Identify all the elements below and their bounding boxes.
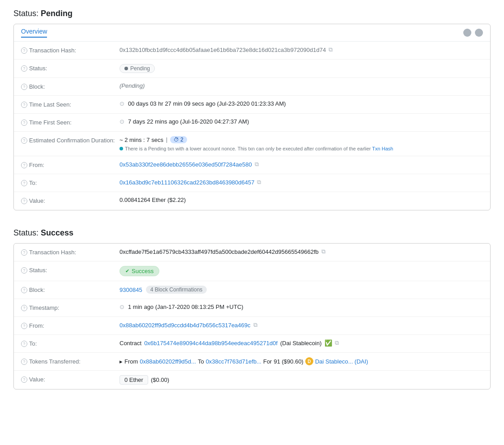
pending-status-row: ? Status: Pending: [14, 60, 490, 78]
success-value-label: ? Value:: [21, 375, 120, 383]
time-last-text: 00 days 03 hr 27 min 09 secs ago (Jul-23…: [128, 100, 286, 107]
help-icon[interactable]: ?: [21, 305, 27, 311]
confirm-block: ~ 2 mins : 7 secs | ⏱ 2 There is a Pendi…: [120, 136, 393, 151]
help-icon[interactable]: ?: [21, 377, 27, 383]
help-icon[interactable]: ?: [21, 137, 27, 144]
success-block-value: 9300845 4 Block Confirmations: [120, 286, 483, 294]
ether-amount: 0 Ether: [124, 377, 143, 383]
token-name-link[interactable]: Dai Stableco... (DAI): [315, 358, 368, 365]
success-tokens-label: ? Tokens Transferred:: [21, 357, 120, 365]
clock-icon: ⊙: [120, 100, 124, 107]
help-icon[interactable]: ?: [21, 65, 27, 72]
pending-time-first-value: ⊙ 7 days 22 mins ago (Jul-16-2020 04:27:…: [120, 118, 483, 125]
pending-section-title: Status: Pending: [13, 9, 491, 18]
help-icon[interactable]: ?: [21, 341, 27, 347]
contract-name: (Dai Stablecoin): [280, 340, 322, 347]
pending-block-label: ? Block:: [21, 82, 120, 90]
copy-hash-icon[interactable]: ⧉: [321, 248, 325, 255]
duration-badge-num: 2: [180, 137, 184, 143]
help-icon[interactable]: ?: [21, 267, 27, 274]
value-box: 0 Ether: [120, 375, 148, 385]
pending-card: Overview ? Transaction Hash: 0x132b10fbc…: [13, 24, 491, 210]
pending-badge: Pending: [120, 64, 155, 73]
success-block-row: ? Block: 9300845 4 Block Confirmations: [14, 281, 490, 299]
help-icon[interactable]: ?: [21, 359, 27, 365]
success-card: ? Transaction Hash: 0xcffade7f5e1a67579c…: [13, 243, 491, 389]
help-icon[interactable]: ?: [21, 84, 27, 90]
warning-dot-icon: [120, 147, 123, 150]
pending-block-value: (Pending): [120, 82, 483, 89]
pending-time-first-seen-row: ? Time First Seen: ⊙ 7 days 22 mins ago …: [14, 114, 490, 132]
help-icon[interactable]: ?: [21, 287, 27, 293]
copy-to-icon[interactable]: ⧉: [257, 179, 261, 186]
contract-prefix: Contract: [120, 340, 141, 347]
success-to-row: ? To: Contract 0x6b175474e89094c44da98b9…: [14, 335, 490, 353]
pending-block-row: ? Block: (Pending): [14, 78, 490, 96]
pending-value-text: 0.00841264 Ether ($2.22): [120, 197, 186, 203]
success-section-title: Status: Success: [13, 228, 491, 238]
block-num-link[interactable]: 9300845: [120, 287, 142, 293]
for-label: For: [263, 358, 272, 365]
timestamp-text: 1 min ago (Jan-17-2020 08:13:25 PM +UTC): [128, 304, 243, 310]
pending-time-last-label: ? Time Last Seen:: [21, 100, 120, 108]
copy-to-icon[interactable]: ⧉: [335, 339, 339, 347]
pending-from-value: 0x53ab330f2ee86debb26556e036ed50f7284ae5…: [120, 161, 483, 168]
dot-icon-2: [475, 29, 483, 37]
success-timestamp-label: ? Timestamp:: [21, 304, 120, 311]
usd-amount: ($0.00): [151, 377, 169, 383]
help-icon[interactable]: ?: [21, 198, 27, 204]
help-icon[interactable]: ?: [21, 323, 27, 329]
clock-icon: ⊙: [120, 304, 124, 310]
success-to-value: Contract 0x6b175474e89094c44da98b954eede…: [120, 339, 483, 347]
success-tokens-row: ? Tokens Transferred: ▸ From 0x88ab60202…: [14, 353, 490, 371]
help-icon[interactable]: ?: [21, 102, 27, 108]
help-icon[interactable]: ?: [21, 249, 27, 256]
pending-value-row: ? Value: 0.00841264 Ether ($2.22): [14, 192, 490, 210]
help-icon[interactable]: ?: [21, 162, 27, 168]
transfer-amount: 91 ($90.60): [273, 358, 303, 365]
pending-time-first-label: ? Time First Seen:: [21, 118, 120, 126]
success-status-row: ? Status: Success: [14, 261, 490, 281]
copy-hash-icon[interactable]: ⧉: [329, 46, 333, 53]
help-icon[interactable]: ?: [21, 47, 27, 54]
pending-time-last-value: ⊙ 00 days 03 hr 27 min 09 secs ago (Jul-…: [120, 100, 483, 107]
pending-from-link[interactable]: 0x53ab330f2ee86debb26556e036ed50f7284ae5…: [120, 161, 252, 168]
txn-hash-link[interactable]: Txn Hash: [372, 146, 393, 151]
copy-from-icon[interactable]: ⧉: [255, 161, 259, 168]
success-from-label: ? From:: [21, 321, 120, 329]
pending-tx-hash-text[interactable]: 0x132b10fbcb1d9fccc4d6b05afaae1e61b6ba72…: [120, 47, 326, 53]
success-to-link[interactable]: 0x6b175474e89094c44da98b954eedeac495271d…: [144, 340, 278, 347]
pending-to-label: ? To:: [21, 179, 120, 186]
pending-value-label: ? Value:: [21, 197, 120, 204]
duration-badge-icon: ⏱: [174, 137, 179, 143]
pending-to-link[interactable]: 0x16a3bd9c7eb11106326cad2263bd8463980d64…: [120, 179, 254, 186]
help-icon[interactable]: ?: [21, 120, 27, 126]
tab-icons: [463, 29, 483, 37]
success-badge: Success: [120, 266, 159, 276]
token-transfer: ▸ From 0x88ab60202ff9d5d... To 0x38cc7f7…: [120, 357, 368, 365]
success-from-row: ? From: 0x88ab60202ff9d5d9ccdd4b4d7b656c…: [14, 317, 490, 335]
copy-from-icon[interactable]: ⧉: [253, 321, 257, 329]
verified-icon: ✅: [325, 339, 332, 347]
success-value-value: 0 Ether ($0.00): [120, 375, 483, 385]
success-timestamp-value: ⊙ 1 min ago (Jan-17-2020 08:13:25 PM +UT…: [120, 304, 483, 310]
success-tx-hash-value: 0xcffade7f5e1a67579cb4333aff497fd5a500cb…: [120, 248, 483, 255]
from-label: From: [124, 358, 138, 365]
success-tx-hash-label: ? Transaction Hash:: [21, 248, 120, 256]
success-tx-hash-row: ? Transaction Hash: 0xcffade7f5e1a67579c…: [14, 244, 490, 261]
success-to-label: ? To:: [21, 339, 120, 347]
pending-tx-hash-row: ? Transaction Hash: 0x132b10fbcb1d9fccc4…: [14, 42, 490, 60]
success-from-value: 0x88ab60202ff9d5d9ccdd4b4d7b656c5317ea46…: [120, 321, 483, 329]
help-icon[interactable]: ?: [21, 180, 27, 186]
pending-duration-value: ~ 2 mins : 7 secs | ⏱ 2 There is a Pendi…: [120, 136, 483, 151]
confirmations-badge: 4 Block Confirmations: [146, 286, 207, 294]
overview-tab[interactable]: Overview: [21, 28, 47, 38]
success-from-link[interactable]: 0x88ab60202ff9d5d9ccdd4b4d7b656c5317ea46…: [120, 322, 251, 329]
transfer-arrow: ▸: [120, 358, 123, 365]
pending-from-row: ? From: 0x53ab330f2ee86debb26556e036ed50…: [14, 156, 490, 174]
pending-from-label: ? From:: [21, 161, 120, 168]
transfer-from-link[interactable]: 0x88ab60202ff9d5d...: [140, 358, 196, 365]
transfer-to-link[interactable]: 0x38cc7f763d71efb...: [206, 358, 261, 365]
dai-token-icon: D: [305, 357, 313, 365]
success-tx-hash-text[interactable]: 0xcffade7f5e1a67579cb4333aff497fd5a500cb…: [120, 248, 319, 255]
